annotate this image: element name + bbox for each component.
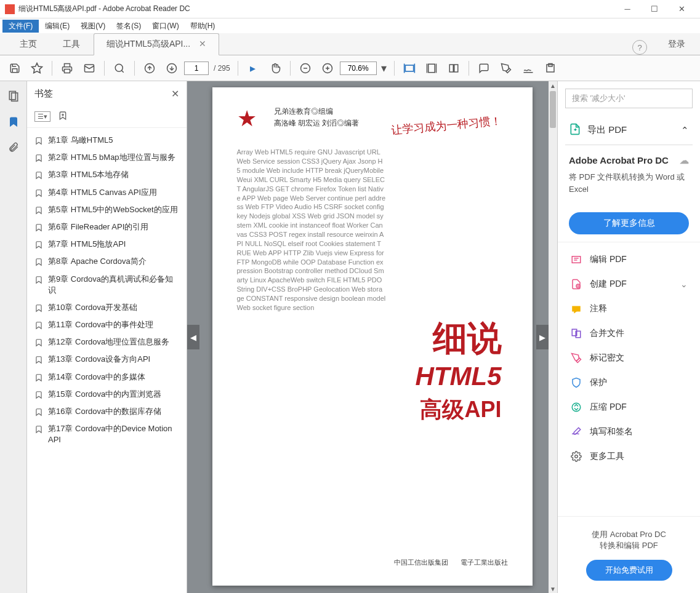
minimize-button[interactable]: ─ (614, 1, 641, 18)
menu-view[interactable]: 视图(V) (76, 20, 110, 33)
svg-point-3 (115, 64, 123, 71)
fit-width-icon[interactable] (400, 58, 419, 78)
tools-search-input[interactable]: 搜索 '减少大小' (565, 89, 693, 108)
footer-line1: 使用 Acrobat Pro DC (570, 529, 688, 540)
bookmark-icon (34, 303, 43, 313)
try-free-button[interactable]: 开始免费试用 (586, 560, 672, 581)
scrollbar-thumb[interactable] (550, 91, 556, 128)
tool-item-more[interactable]: 更多工具 (558, 444, 700, 469)
tool-item-edit[interactable]: 编辑 PDF (558, 247, 700, 272)
zoom-in-icon[interactable] (318, 58, 337, 78)
svg-rect-23 (547, 65, 554, 72)
bookmarks-close-icon[interactable]: ✕ (171, 88, 179, 100)
save-icon[interactable] (5, 58, 25, 78)
bookmark-item[interactable]: 第16章 Cordova中的数据库存储 (32, 403, 182, 420)
menu-sign[interactable]: 签名(S) (111, 20, 146, 33)
page-display-icon[interactable] (444, 58, 464, 78)
bookmark-item[interactable]: 第17章 Cordova中的Device Motion API (32, 420, 182, 448)
promo-desc: 将 PDF 文件联机转换为 Word 或 Excel (569, 171, 689, 195)
main-area: 书签 ✕ ☰▾ 第1章 鸟瞰HTML5第2章 HTML5 bMap地理位置与服务… (0, 81, 700, 593)
bookmarks-list[interactable]: 第1章 鸟瞰HTML5第2章 HTML5 bMap地理位置与服务第3章 HTML… (27, 128, 187, 593)
bookmarks-icon[interactable] (6, 114, 21, 129)
tab-home[interactable]: 主页 (7, 34, 49, 55)
bookmark-item[interactable]: 第11章 Cordova中的事件处理 (32, 316, 182, 333)
bookmark-item[interactable]: 第1章 鸟瞰HTML5 (32, 132, 182, 149)
bookmark-item[interactable]: 第15章 Cordova中的内置浏览器 (32, 386, 182, 403)
maximize-button[interactable]: ☐ (641, 1, 668, 18)
tab-document[interactable]: 细说HTML5高级API... ✕ (94, 33, 219, 55)
bookmark-item[interactable]: 第2章 HTML5 bMap地理位置与服务 (32, 149, 182, 166)
bookmark-item[interactable]: 第6章 FileReader API的引用 (32, 218, 182, 236)
bookmarks-options-icon[interactable]: ☰▾ (34, 111, 50, 122)
highlight-icon[interactable] (496, 58, 516, 78)
scroll-down-icon[interactable]: ▼ (549, 584, 557, 593)
svg-point-38 (575, 455, 578, 458)
bookmark-item[interactable]: 第4章 HTML5 Canvas API应用 (32, 184, 182, 201)
tool-item-fillsign[interactable]: 填写和签名 (558, 420, 700, 444)
right-panel: 搜索 '减少大小' 导出 PDF ⌃ Adobe Acrobat Pro DC … (557, 81, 700, 593)
bookmark-item[interactable]: 第12章 Cordova地理位置信息服务 (32, 333, 182, 351)
page-next-arrow-icon[interactable]: ▶ (536, 325, 549, 349)
next-page-icon[interactable] (162, 58, 182, 78)
menu-edit[interactable]: 编辑(E) (40, 20, 74, 33)
zoom-out-icon[interactable] (296, 58, 315, 78)
bookmark-label: 第10章 Cordova开发基础 (48, 302, 137, 313)
login-button[interactable]: 登录 (661, 34, 693, 55)
tab-close-icon[interactable]: ✕ (199, 39, 206, 49)
find-icon[interactable] (110, 58, 129, 78)
bookmark-item[interactable]: 第14章 Cordova中的多媒体 (32, 368, 182, 386)
bookmark-item[interactable]: 第8章 Apache Cordova简介 (32, 253, 182, 270)
bookmark-item[interactable]: 第10章 Cordova开发基础 (32, 299, 182, 316)
bookmark-item[interactable]: 第5章 HTML5中的WebSocket的应用 (32, 201, 182, 218)
bookmarks-add-icon[interactable] (58, 110, 68, 123)
svg-point-32 (576, 284, 580, 288)
thumbnails-icon[interactable] (6, 89, 21, 103)
window-title: 细说HTML5高级API.pdf - Adobe Acrobat Reader … (18, 4, 614, 14)
menu-file[interactable]: 文件(F) (2, 20, 39, 33)
sign-icon[interactable] (518, 58, 538, 78)
mail-icon[interactable] (79, 58, 99, 78)
menu-help[interactable]: 帮助(H) (185, 20, 220, 33)
help-icon[interactable]: ? (632, 40, 647, 55)
menubar: 文件(F) 编辑(E) 视图(V) 签名(S) 窗口(W) 帮助(H) (0, 18, 700, 33)
page-number-input[interactable] (184, 62, 209, 75)
tool-item-compress[interactable]: 压缩 PDF (558, 395, 700, 420)
bookmark-icon (34, 373, 43, 383)
attachments-icon[interactable] (6, 140, 21, 155)
export-pdf-header[interactable]: 导出 PDF ⌃ (565, 116, 693, 145)
star-icon[interactable] (27, 58, 47, 78)
learn-more-button[interactable]: 了解更多信息 (569, 212, 689, 234)
page-prev-arrow-icon[interactable]: ◀ (187, 325, 199, 349)
tool-item-comment[interactable]: 注释 (558, 296, 700, 321)
bookmark-item[interactable]: 第13章 Cordova设备方向API (32, 351, 182, 368)
zoom-dropdown-icon[interactable]: ▾ (379, 58, 389, 78)
bookmark-label: 第14章 Cordova中的多媒体 (48, 372, 145, 383)
bookmark-item[interactable]: 第9章 Cordova的真机调试和必备知识 (32, 271, 182, 299)
pointer-icon[interactable]: ▸ (243, 58, 263, 78)
tool-label: 编辑 PDF (590, 254, 627, 265)
vertical-scrollbar[interactable]: ▲ ▼ (549, 81, 557, 593)
bookmark-label: 第16章 Cordova中的数据库存储 (48, 406, 161, 417)
bookmark-item[interactable]: 第3章 HTML5本地存储 (32, 166, 182, 183)
tab-tools[interactable]: 工具 (50, 34, 92, 55)
stamp-icon[interactable] (541, 58, 560, 78)
bookmark-icon (34, 257, 43, 267)
compress-icon (570, 401, 582, 413)
tool-item-protect[interactable]: 保护 (558, 370, 700, 395)
prev-page-icon[interactable] (140, 58, 159, 78)
fit-page-icon[interactable] (422, 58, 441, 78)
zoom-input[interactable] (340, 62, 377, 75)
bookmark-icon (34, 188, 43, 198)
tool-item-redact[interactable]: 标记密文 (558, 346, 700, 370)
scroll-up-icon[interactable]: ▲ (549, 81, 557, 90)
tool-item-combine[interactable]: 合并文件 (558, 321, 700, 346)
document-area[interactable]: ◀ ▶ ▲ ▼ ★ 兄弟连教育◎组编 高洛峰 胡宏运 刘滔◎编著 让学习成为一种… (187, 81, 557, 593)
comment-icon[interactable] (474, 58, 494, 78)
product-name: Adobe Acrobat Pro DC (569, 155, 669, 166)
bookmark-item[interactable]: 第7章 HTML5拖放API (32, 236, 182, 253)
menu-window[interactable]: 窗口(W) (147, 20, 183, 33)
tool-item-create[interactable]: 创建 PDF⌄ (558, 272, 700, 296)
print-icon[interactable] (57, 58, 77, 78)
close-button[interactable]: ✕ (668, 1, 695, 18)
hand-icon[interactable] (265, 58, 285, 78)
